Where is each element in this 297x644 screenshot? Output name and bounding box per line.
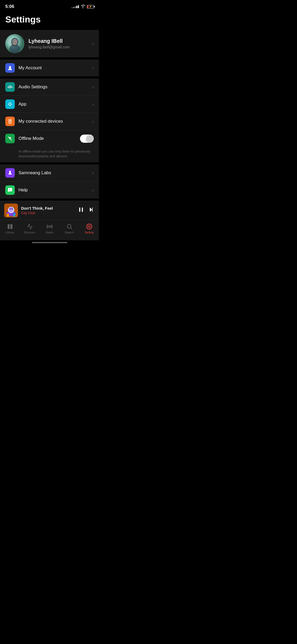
svg-rect-14	[9, 120, 11, 122]
nav-discover-label: Discover	[24, 231, 35, 234]
app-item[interactable]: App ›	[0, 96, 99, 113]
nav-radio[interactable]: Radio	[40, 222, 59, 235]
connected-devices-icon	[5, 117, 15, 126]
nav-setting[interactable]: Setting	[79, 222, 99, 235]
svg-rect-30	[82, 208, 83, 212]
help-chevron: ›	[92, 187, 94, 193]
svg-point-6	[9, 66, 11, 68]
offline-mode-label: Offline Mode	[18, 136, 80, 141]
samneang-labs-item[interactable]: Samneang Labs ›	[0, 164, 99, 182]
svg-rect-28	[13, 213, 15, 217]
wifi-icon	[81, 4, 85, 9]
my-account-chevron: ›	[92, 65, 94, 71]
connected-devices-label: My connected devices	[18, 119, 92, 124]
app-label: App	[18, 102, 92, 107]
home-indicator	[0, 240, 99, 245]
samneang-labs-label: Samneang Labs	[18, 170, 92, 176]
player-title: Don't Think, Feel	[21, 206, 78, 210]
svg-point-24	[10, 208, 11, 209]
svg-rect-11	[12, 87, 13, 88]
svg-rect-27	[7, 214, 9, 217]
svg-line-33	[70, 228, 72, 229]
app-chevron: ›	[92, 102, 94, 107]
audio-settings-item[interactable]: Audio Settings ›	[0, 79, 99, 96]
nav-setting-label: Setting	[84, 231, 93, 234]
home-bar	[32, 242, 67, 243]
audio-settings-icon	[5, 82, 15, 92]
svg-point-26	[10, 210, 12, 211]
svg-point-23	[9, 207, 13, 212]
mini-player[interactable]: Don't Think, Feel City Club	[0, 201, 99, 220]
player-artist: City Club	[21, 211, 78, 215]
samneang-labs-icon	[5, 168, 15, 178]
offline-mode-toggle[interactable]	[80, 135, 94, 143]
svg-point-17	[9, 174, 10, 174]
labs-help-section: Samneang Labs › ? Help ›	[0, 164, 99, 199]
connected-devices-chevron: ›	[92, 119, 94, 124]
svg-point-25	[12, 208, 13, 209]
svg-rect-16	[9, 171, 11, 171]
help-item[interactable]: ? Help ›	[0, 182, 99, 199]
my-account-section: My Account ›	[0, 59, 99, 76]
signal-icon	[72, 5, 79, 8]
svg-point-34	[88, 226, 90, 227]
nav-search-label: Search	[65, 231, 74, 234]
svg-text:?: ?	[9, 189, 11, 191]
nav-library[interactable]: Library	[0, 222, 20, 235]
svg-point-4	[11, 40, 14, 43]
svg-rect-8	[9, 86, 10, 88]
player-info: Don't Think, Feel City Club	[21, 206, 78, 215]
my-account-icon	[5, 63, 15, 73]
samneang-labs-chevron: ›	[92, 170, 94, 176]
pause-button[interactable]	[78, 206, 84, 214]
page-title: Settings	[0, 12, 99, 30]
my-account-label: My Account	[18, 65, 92, 71]
offline-mode-item[interactable]: Offline Mode	[0, 130, 99, 147]
svg-rect-29	[79, 208, 80, 212]
help-label: Help	[18, 187, 92, 193]
svg-point-32	[67, 224, 71, 228]
bottom-nav: Library Discover Radio Search Setting	[0, 220, 99, 240]
audio-chevron: ›	[92, 84, 94, 90]
nav-discover[interactable]: Discover	[20, 222, 40, 235]
status-bar: 5:06 ⚡	[0, 0, 99, 12]
my-account-item[interactable]: My Account ›	[0, 59, 99, 76]
profile-section[interactable]: Lyheang IBell lyheang.ibell@gmail.com ›	[0, 30, 99, 57]
profile-chevron: ›	[92, 41, 94, 47]
profile-name: Lyheang IBell	[29, 38, 92, 44]
player-art	[4, 204, 18, 217]
profile-email: lyheang.ibell@gmail.com	[29, 45, 92, 49]
player-controls	[78, 206, 95, 214]
profile-info: Lyheang IBell lyheang.ibell@gmail.com	[29, 38, 92, 49]
offline-mode-icon	[5, 134, 15, 143]
battery-icon: ⚡	[87, 5, 94, 8]
help-icon: ?	[5, 185, 15, 195]
svg-rect-9	[10, 85, 11, 88]
status-time: 5:06	[5, 4, 14, 9]
connected-devices-item[interactable]: My connected devices ›	[0, 113, 99, 130]
audio-settings-label: Audio Settings	[18, 84, 92, 90]
svg-point-31	[49, 226, 50, 227]
nav-search[interactable]: Search	[59, 222, 79, 235]
status-icons: ⚡	[72, 4, 94, 9]
offline-description: In offline mode you can only listen to p…	[0, 147, 99, 162]
svg-point-13	[10, 122, 10, 123]
svg-rect-7	[8, 86, 8, 88]
svg-point-18	[10, 174, 11, 175]
next-button[interactable]	[88, 206, 95, 214]
nav-radio-label: Radio	[46, 231, 53, 234]
app-icon	[5, 99, 15, 109]
svg-point-5	[16, 39, 18, 41]
svg-rect-10	[11, 86, 12, 88]
nav-library-label: Library	[6, 231, 15, 234]
settings-group: Audio Settings › App › My connected devi…	[0, 79, 99, 162]
avatar	[5, 34, 24, 53]
